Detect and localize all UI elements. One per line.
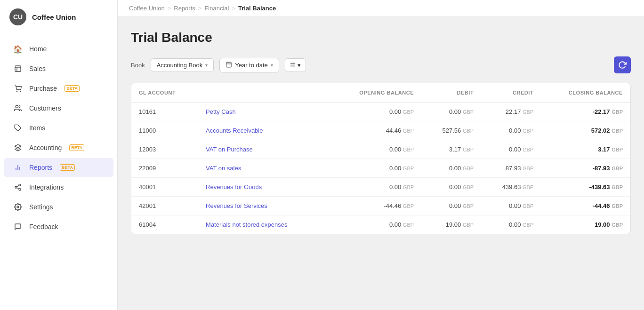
customers-icon <box>13 103 23 113</box>
col-closing: CLOSING BALANCE <box>541 83 630 103</box>
amount-cell: -44.46 GBP <box>541 197 630 215</box>
account-name: VAT on Purchase <box>198 140 332 159</box>
sidebar-label-accounting: Accounting <box>29 144 62 151</box>
table-row: 61004 Materials not stored expenses 0.00… <box>131 215 630 234</box>
amount-cell: 0.00 GBP <box>481 197 541 215</box>
amount-cell: 0.00 GBP <box>421 178 481 197</box>
svg-point-1 <box>16 91 17 91</box>
date-filter-select[interactable]: Year to date ▾ <box>219 58 279 72</box>
content-area: Trial Balance Book Accounting Book ▾ Yea… <box>118 17 644 310</box>
avatar: CU <box>9 8 26 25</box>
col-name <box>198 83 332 103</box>
svg-line-12 <box>17 185 19 187</box>
purchase-badge: BETA <box>64 85 80 92</box>
breadcrumb-reports[interactable]: Reports <box>174 5 195 12</box>
breadcrumb-financial[interactable]: Financial <box>204 5 229 12</box>
svg-rect-0 <box>15 66 21 72</box>
amount-cell: 87.93 GBP <box>481 159 541 178</box>
sidebar-label-items: Items <box>29 124 45 132</box>
amount-cell: -87.93 GBP <box>541 159 630 178</box>
gl-code: 61004 <box>131 215 198 234</box>
amount-cell: -22.17 GBP <box>541 103 630 121</box>
sidebar-label-customers: Customers <box>29 104 61 112</box>
sales-icon <box>13 64 23 73</box>
col-credit: CREDIT <box>481 83 541 103</box>
home-icon: 🏠 <box>13 44 23 54</box>
sidebar-label-integrations: Integrations <box>29 183 64 191</box>
sidebar-item-customers[interactable]: Customers <box>4 99 113 118</box>
amount-cell: 0.00 GBP <box>332 215 422 234</box>
options-chevron-icon: ▾ <box>298 62 301 69</box>
amount-cell: -439.63 GBP <box>541 178 630 197</box>
svg-point-13 <box>17 206 19 208</box>
account-name: Accounts Receivable <box>198 121 332 140</box>
table-row: 11000 Accounts Receivable 44.46 GBP 527.… <box>131 121 630 140</box>
sidebar-label-sales: Sales <box>29 65 46 72</box>
gl-code: 10161 <box>131 103 198 121</box>
sidebar-item-items[interactable]: Items <box>4 119 113 137</box>
gl-code: 11000 <box>131 121 198 140</box>
account-name: VAT on sales <box>198 159 332 178</box>
gl-code: 22009 <box>131 159 198 178</box>
amount-cell: 0.00 GBP <box>421 159 481 178</box>
reports-icon <box>13 163 23 172</box>
sidebar-item-feedback[interactable]: Feedback <box>4 217 113 236</box>
date-filter-value: Year to date <box>235 62 268 69</box>
svg-point-8 <box>19 184 21 186</box>
book-filter-select[interactable]: Accounting Book ▾ <box>151 58 214 72</box>
options-icon: ☰ <box>290 62 296 69</box>
breadcrumb: Coffee Union > Reports > Financial > Tri… <box>118 0 644 17</box>
amount-cell: 0.00 GBP <box>332 140 422 159</box>
col-debit: DEBIT <box>421 83 481 103</box>
svg-point-10 <box>19 189 21 191</box>
svg-point-3 <box>16 105 18 108</box>
table-row: 40001 Revenues for Goods 0.00 GBP 0.00 G… <box>131 178 630 197</box>
sidebar-label-settings: Settings <box>29 203 53 211</box>
account-name: Revenues for Services <box>198 197 332 215</box>
trial-balance-table-card: GL ACCOUNT OPENING BALANCE DEBIT CREDIT … <box>131 83 631 234</box>
sidebar-item-reports[interactable]: Reports BETA <box>4 158 113 177</box>
svg-line-11 <box>17 188 19 189</box>
sidebar-nav: 🏠 Home Sales Purchase BETA Customers <box>0 34 117 310</box>
sidebar-label-reports: Reports <box>29 164 52 171</box>
amount-cell: 0.00 GBP <box>332 103 422 121</box>
sidebar-label-feedback: Feedback <box>29 223 58 231</box>
sidebar-item-integrations[interactable]: Integrations <box>4 178 113 197</box>
sidebar-item-settings[interactable]: Settings <box>4 198 113 216</box>
integrations-icon <box>13 183 23 192</box>
svg-rect-14 <box>226 62 232 67</box>
sidebar-item-purchase[interactable]: Purchase BETA <box>4 79 113 98</box>
sidebar-item-home[interactable]: 🏠 Home <box>4 40 113 58</box>
sidebar-item-sales[interactable]: Sales <box>4 59 113 78</box>
amount-cell: 439.63 GBP <box>481 178 541 197</box>
sidebar-logo: CU Coffee Union <box>0 0 117 34</box>
amount-cell: 527.56 GBP <box>421 121 481 140</box>
amount-cell: 0.00 GBP <box>332 178 422 197</box>
sidebar-item-accounting[interactable]: Accounting BETA <box>4 138 113 157</box>
amount-cell: 0.00 GBP <box>481 121 541 140</box>
gl-code: 40001 <box>131 178 198 197</box>
amount-cell: 0.00 GBP <box>481 215 541 234</box>
amount-cell: 0.00 GBP <box>332 159 422 178</box>
reports-badge: BETA <box>60 164 75 171</box>
svg-point-2 <box>20 91 21 91</box>
amount-cell: -44.46 GBP <box>332 197 422 215</box>
accounting-icon <box>13 143 23 152</box>
amount-cell: 19.00 GBP <box>421 215 481 234</box>
date-chevron-icon: ▾ <box>271 63 273 68</box>
book-filter-label: Book <box>131 62 145 69</box>
main-content: Coffee Union > Reports > Financial > Tri… <box>118 0 644 310</box>
amount-cell: 44.46 GBP <box>332 121 422 140</box>
options-button[interactable]: ☰ ▾ <box>285 58 306 72</box>
account-name: Petty Cash <box>198 103 332 121</box>
col-gl: GL ACCOUNT <box>131 83 198 103</box>
refresh-icon <box>618 61 627 69</box>
amount-cell: 3.17 GBP <box>541 140 630 159</box>
col-opening: OPENING BALANCE <box>332 83 422 103</box>
feedback-icon <box>13 222 23 231</box>
sidebar-label-purchase: Purchase <box>29 85 57 92</box>
refresh-button[interactable] <box>614 56 631 73</box>
amount-cell: 19.00 GBP <box>541 215 630 234</box>
breadcrumb-company[interactable]: Coffee Union <box>129 5 165 12</box>
book-filter-value: Accounting Book <box>157 62 203 69</box>
